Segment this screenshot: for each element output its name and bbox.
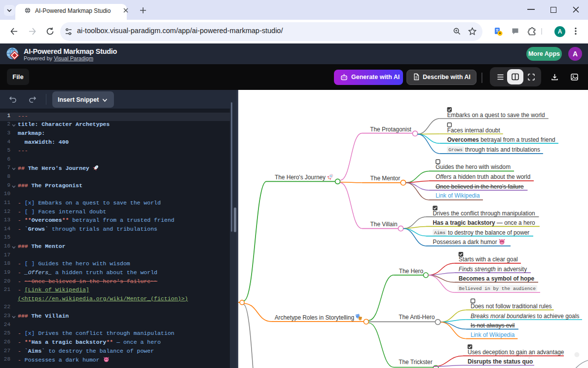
svg-text:Embarks on a quest to save the: Embarks on a quest to save the world [447,112,545,119]
svg-text:Faces internal doubt: Faces internal doubt [447,127,500,134]
svg-text:Archetype Roles in Storytellin: Archetype Roles in Storytelling [275,314,354,321]
svg-text:Starts with a clear goal: Starts with a clear goal [459,256,518,263]
svg-text:Overcomes betrayal from a trus: Overcomes betrayal from a trusted friend [447,136,555,143]
svg-text:Believed in by the audience: Believed in by the audience [459,286,536,291]
svg-text:The Hero's Journey: The Hero's Journey [275,174,326,181]
svg-text:Offers a hidden truth about th: Offers a hidden truth about the world [436,173,530,180]
svg-text:Grows: Grows [448,147,463,153]
svg-text:The Hero: The Hero [399,268,424,275]
svg-text:Link of Wikipedia: Link of Wikipedia [436,192,480,199]
svg-text:The Mentor: The Mentor [370,175,401,182]
svg-text:Becomes a symbol of hope: Becomes a symbol of hope [459,275,535,282]
svg-text:Aims: Aims [434,230,445,236]
svg-text:Drives the conflict through ma: Drives the conflict through manipulation [433,210,535,217]
svg-text:to destroy the balance of powe: to destroy the balance of power [448,229,529,236]
svg-text:markmap: markmap [499,350,533,359]
svg-text:Breaks moral boundaries to ach: Breaks moral boundaries to achieve goals [471,313,580,320]
svg-text:Possesses a dark humor: Possesses a dark humor [433,239,497,245]
svg-text:Does not follow traditional ru: Does not follow traditional rules [471,303,552,310]
svg-text:The Villain: The Villain [370,221,398,228]
svg-text:Disrupts the status quo: Disrupts the status quo [468,358,533,365]
svg-text:Guides the hero with wisdom: Guides the hero with wisdom [436,164,511,170]
svg-text:Link of Wikipedia: Link of Wikipedia [471,331,515,338]
svg-text:Has a tragic backstory — once: Has a tragic backstory — once a hero [433,219,535,226]
svg-text:The Protagonist: The Protagonist [370,126,411,133]
svg-text:Is not always evil: Is not always evil [471,322,515,329]
svg-text:through trials and tribulation: through trials and tribulations [465,146,540,153]
svg-text:The Trickster: The Trickster [399,359,432,366]
svg-text:Once believed in the hero's fa: Once believed in the hero's failure [436,183,524,190]
svg-text:The Anti-Hero: The Anti-Hero [399,314,435,321]
svg-text:Finds strength in adversity: Finds strength in adversity [459,266,527,273]
